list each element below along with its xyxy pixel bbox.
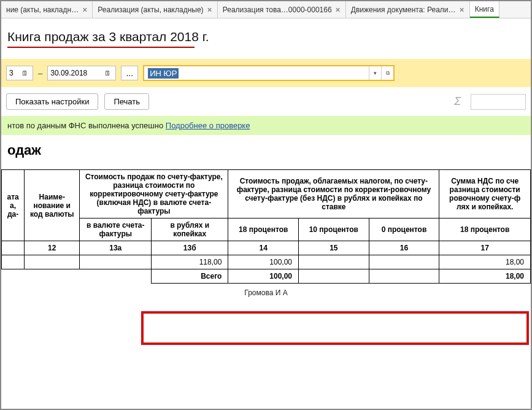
page-title: Книга продаж за 3 квартал 2018 г. [7,29,209,44]
report-footer: Громова И А [1,284,531,297]
status-link[interactable]: Подробнее о проверке [166,121,250,130]
search-input[interactable] [471,94,526,110]
colnum-13a: 13а [80,241,152,255]
colnum-14: 14 [228,241,299,255]
th-group-cost-excl-vat: Стоимость продаж, облагаемых налогом, по… [228,170,439,219]
th-0-percent: 0 процентов [369,219,439,241]
table-total-row: Всего 100,00 18,00 [2,269,531,284]
tab-3[interactable]: Реализация това…0000-000166 × [218,1,346,18]
close-icon[interactable]: × [82,5,87,15]
cell-13b: 118,00 [152,255,228,269]
colnum-12: 12 [25,241,80,255]
dots-icon: ... [126,68,133,78]
th-date: ата а, да- [2,170,25,241]
report-table: ата а, да- Наиме-нование и код валюты Ст… [1,169,531,284]
org-select-value: ИН ЮР [148,68,179,79]
tab-4[interactable]: Движения документа: Реали… × [346,1,470,18]
expand-icon[interactable]: ⧉ [381,66,393,80]
th-in-currency: в валюте счета-фактуры [80,219,152,241]
tab-1[interactable]: ние (акты, накладн… × [1,1,93,18]
colnum-13b: 13б [152,241,228,255]
colnum-17: 17 [439,241,531,255]
close-icon[interactable]: × [336,5,341,15]
report-heading: одаж [1,141,531,169]
title-underline [7,47,195,48]
status-ribbon: нтов по данным ФНС выполнена успешно Под… [1,116,531,135]
org-select-input[interactable]: ИН ЮР [144,69,369,78]
th-vat-18-percent: 18 процентов [439,219,531,241]
colnum [2,241,25,255]
calendar-icon[interactable]: 🗓 [102,68,113,79]
close-icon[interactable]: × [460,5,465,15]
tab-label: Движения документа: Реали… [351,6,456,14]
cell-14: 100,00 [228,255,299,269]
filter-bar: 🗓 – 🗓 ... ИН ЮР ▾ ⧉ [1,59,531,87]
th-group-vat-sum: Сумма НДС по сче разница стоимости ровоч… [439,170,531,219]
tab-label: Реализация (акты, накладные) [98,6,203,14]
tab-5[interactable]: Книга [470,1,499,18]
table-row: 118,00 100,00 18,00 [2,255,531,269]
th-10-percent: 10 процентов [299,219,369,241]
date-to-field[interactable]: 🗓 [47,66,116,80]
total-label: Всего [152,269,228,284]
cell-17: 18,00 [439,255,531,269]
date-from-input[interactable] [9,69,17,77]
chevron-down-icon[interactable]: ▾ [369,66,381,80]
colnum-15: 15 [299,241,369,255]
tab-label: ние (акты, накладн… [6,6,79,14]
tab-bar: ние (акты, накладн… × Реализация (акты, … [1,1,531,18]
org-select[interactable]: ИН ЮР ▾ ⧉ [143,65,395,81]
th-in-rubles: в рублях и копейках [152,219,228,241]
show-settings-button[interactable]: Показать настройки [6,93,98,110]
th-group-cost-incl-vat: Стоимость продаж по счету-фактуре, разни… [80,170,228,219]
th-currency-name: Наиме-нование и код валюты [25,170,80,241]
close-icon[interactable]: × [207,5,212,15]
date-from-field[interactable]: 🗓 [6,66,33,80]
calendar-icon[interactable]: 🗓 [19,68,30,79]
tab-2[interactable]: Реализация (акты, накладные) × [93,1,217,18]
date-to-input[interactable] [50,69,99,77]
th-18-percent: 18 процентов [228,219,299,241]
highlight-box [141,311,529,345]
action-bar: Показать настройки Печать Σ [1,87,531,116]
total-14: 100,00 [228,269,299,284]
period-picker-button[interactable]: ... [121,66,138,80]
dash-label: – [38,69,42,78]
tab-label: Реализация това…0000-000166 [223,6,332,14]
colnum-16: 16 [369,241,439,255]
print-button[interactable]: Печать [104,93,149,110]
total-17: 18,00 [439,269,531,284]
sum-icon[interactable]: Σ [454,95,465,108]
status-text: нтов по данным ФНС выполнена успешно [7,121,166,130]
tab-label: Книга [475,5,494,14]
